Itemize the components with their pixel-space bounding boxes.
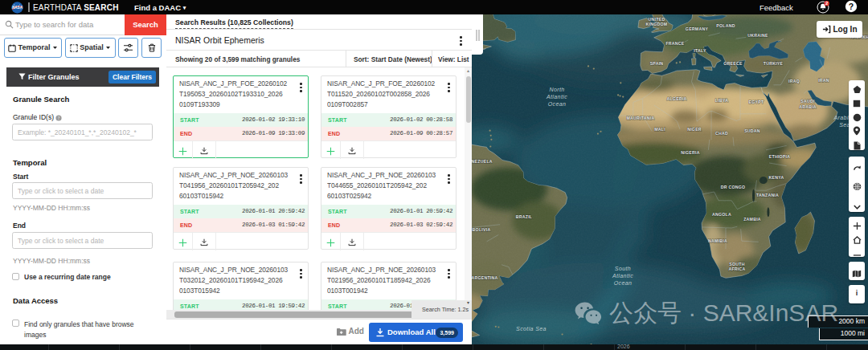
svg-text:BRAZIL: BRAZIL xyxy=(516,214,533,219)
svg-text:ARGENTINA: ARGENTINA xyxy=(472,275,498,280)
svg-text:BOLIVIA: BOLIVIA xyxy=(473,227,491,232)
svg-text:NIGER: NIGER xyxy=(687,127,702,132)
svg-text:LIBYA: LIBYA xyxy=(715,98,728,103)
svg-text:South: South xyxy=(615,266,631,271)
svg-text:MAURITANIA: MAURITANIA xyxy=(627,116,655,120)
svg-text:Scotia Sea: Scotia Sea xyxy=(516,326,547,332)
svg-text:TANZANIA: TANZANIA xyxy=(756,193,779,197)
svg-text:IRAN: IRAN xyxy=(818,78,829,83)
svg-text:UKRAINE: UKRAINE xyxy=(747,33,768,38)
svg-text:KINGDOM: KINGDOM xyxy=(646,22,668,26)
svg-text:AFRICA: AFRICA xyxy=(728,267,745,271)
svg-text:SPAIN: SPAIN xyxy=(650,61,664,66)
svg-text:CHAD: CHAD xyxy=(715,131,728,136)
svg-text:SUDAN: SUDAN xyxy=(744,128,760,133)
svg-text:SAUDI: SAUDI xyxy=(800,99,815,104)
svg-text:DR CONGO: DR CONGO xyxy=(721,185,746,189)
svg-text:ALGERIA: ALGERIA xyxy=(666,96,686,101)
svg-text:VENEZUELA: VENEZUELA xyxy=(472,159,493,164)
svg-text:GERMANY: GERMANY xyxy=(686,26,709,31)
svg-text:GREECE: GREECE xyxy=(723,61,743,66)
svg-text:POLAND: POLAND xyxy=(716,23,735,28)
svg-text:Ocean: Ocean xyxy=(614,280,633,286)
svg-text:EGYPT: EGYPT xyxy=(749,100,764,104)
svg-text:ANGOLA: ANGOLA xyxy=(712,212,731,217)
svg-text:Atlantic: Atlantic xyxy=(546,94,567,100)
svg-text:North: North xyxy=(549,87,564,92)
svg-text:TÜRKIYE: TÜRKIYE xyxy=(764,61,784,66)
svg-text:NAMIBIA: NAMIBIA xyxy=(708,238,727,243)
svg-text:ZAMBIA: ZAMBIA xyxy=(743,217,761,222)
svg-text:Atlantic: Atlantic xyxy=(612,273,633,279)
svg-text:?: ? xyxy=(849,2,854,11)
svg-text:ARABIA: ARABIA xyxy=(799,104,817,109)
svg-text:Ocean: Ocean xyxy=(548,101,567,107)
svg-text:MALI: MALI xyxy=(654,127,665,132)
svg-text:IRAQ: IRAQ xyxy=(788,79,800,83)
svg-text:ITALY: ITALY xyxy=(694,48,706,53)
svg-text:NIGERIA: NIGERIA xyxy=(681,150,699,155)
svg-text:KENYA: KENYA xyxy=(769,175,784,180)
svg-text:ETHIOPIA: ETHIOPIA xyxy=(769,154,791,159)
svg-text:NASA: NASA xyxy=(12,6,23,10)
svg-text:FRANCE: FRANCE xyxy=(665,41,684,46)
